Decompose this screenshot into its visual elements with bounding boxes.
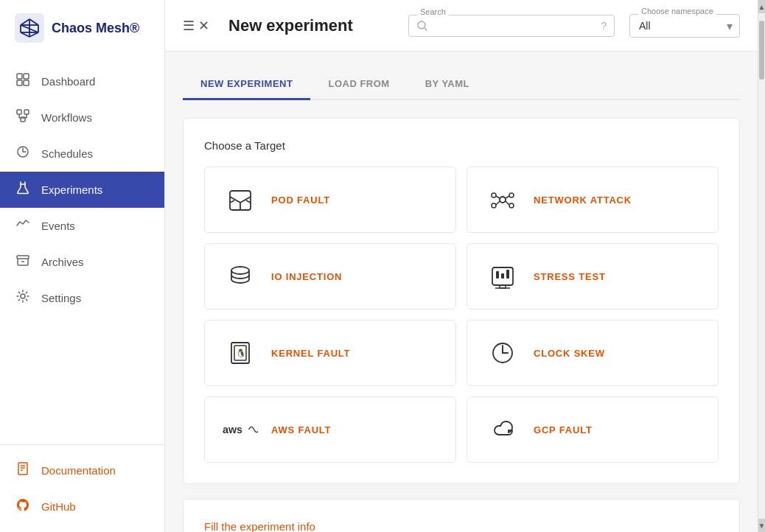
stress-test-icon bbox=[485, 259, 520, 294]
scrollbar-down-btn[interactable]: ▼ bbox=[758, 519, 765, 532]
gcp-fault-icon bbox=[485, 412, 520, 447]
sidebar: Chaos Mesh® Dashboard Workflows Schedule… bbox=[0, 0, 165, 532]
aws-fault-icon: aws bbox=[223, 412, 258, 447]
sidebar-item-github[interactable]: GitHub bbox=[0, 489, 164, 525]
sidebar-item-workflows[interactable]: Workflows bbox=[0, 99, 164, 136]
svg-rect-16 bbox=[24, 110, 29, 114]
target-aws-fault[interactable]: aws AWS FAULT bbox=[204, 396, 456, 463]
sidebar-item-archives[interactable]: Archives bbox=[0, 244, 164, 280]
sidebar-item-experiments-label: Experiments bbox=[41, 183, 102, 196]
svg-point-38 bbox=[492, 203, 496, 208]
svg-rect-11 bbox=[17, 74, 22, 79]
clock-skew-icon bbox=[485, 335, 520, 371]
target-network-attack[interactable]: NETWORK ATTACK bbox=[467, 167, 719, 233]
sidebar-item-documentation[interactable]: Documentation bbox=[0, 452, 164, 489]
sidebar-nav: Dashboard Workflows Schedules Experiment… bbox=[0, 56, 164, 444]
search-icon bbox=[416, 20, 428, 32]
scrollbar-up-btn[interactable]: ▲ bbox=[758, 0, 765, 13]
search-input[interactable] bbox=[434, 20, 595, 32]
target-pod-fault[interactable]: POD FAULT bbox=[204, 167, 456, 233]
svg-rect-49 bbox=[501, 273, 504, 279]
target-clock-skew[interactable]: CLOCK SKEW bbox=[467, 320, 719, 386]
app-title: Chaos Mesh® bbox=[52, 21, 139, 36]
archives-icon bbox=[15, 253, 31, 271]
sidebar-item-events-label: Events bbox=[41, 220, 75, 232]
search-container: Search ? bbox=[408, 15, 615, 37]
aws-fault-label: AWS FAULT bbox=[271, 424, 331, 435]
fill-info-title: Fill the experiment info bbox=[204, 520, 719, 532]
sidebar-item-workflows-label: Workflows bbox=[41, 111, 92, 124]
target-gcp-fault[interactable]: GCP FAULT bbox=[467, 396, 719, 463]
svg-rect-48 bbox=[496, 271, 499, 279]
sidebar-item-events[interactable]: Events bbox=[0, 208, 164, 244]
sidebar-item-documentation-label: Documentation bbox=[41, 464, 116, 477]
sidebar-item-settings[interactable]: Settings bbox=[0, 280, 164, 316]
sidebar-item-dashboard[interactable]: Dashboard bbox=[0, 63, 164, 99]
page-title: New experiment bbox=[228, 16, 394, 35]
search-help-icon[interactable]: ? bbox=[601, 20, 607, 32]
sidebar-bottom: Documentation GitHub bbox=[0, 444, 164, 532]
docs-icon bbox=[15, 461, 31, 480]
svg-line-32 bbox=[425, 27, 427, 29]
page-scrollbar: ▲ ▼ bbox=[758, 0, 765, 532]
content-area: NEW EXPERIMENT LOAD FROM BY YAML Choose … bbox=[165, 52, 758, 532]
svg-point-36 bbox=[492, 193, 496, 197]
pod-fault-icon bbox=[223, 182, 258, 217]
main-content: ☰ ✕ New experiment Search ? Choose names… bbox=[165, 0, 758, 532]
target-io-injection[interactable]: IO INJECTION bbox=[204, 243, 456, 309]
svg-text:aws: aws bbox=[223, 424, 242, 435]
tabs: NEW EXPERIMENT LOAD FROM BY YAML bbox=[183, 69, 740, 100]
experiments-icon bbox=[15, 181, 31, 199]
sidebar-item-schedules-label: Schedules bbox=[41, 147, 93, 160]
svg-text:🐧: 🐧 bbox=[236, 348, 246, 358]
svg-rect-13 bbox=[17, 80, 22, 85]
target-stress-test[interactable]: STRESS TEST bbox=[467, 243, 719, 309]
pod-fault-label: POD FAULT bbox=[271, 195, 330, 206]
choose-target-title: Choose a Target bbox=[204, 139, 719, 152]
settings-icon bbox=[15, 289, 31, 307]
kernel-fault-label: KERNEL FAULT bbox=[271, 348, 350, 359]
header: ☰ ✕ New experiment Search ? Choose names… bbox=[165, 0, 758, 52]
gcp-fault-label: GCP FAULT bbox=[534, 424, 593, 435]
tab-load-from[interactable]: LOAD FROM bbox=[310, 69, 407, 100]
logo[interactable]: Chaos Mesh® bbox=[0, 0, 164, 56]
svg-point-35 bbox=[500, 197, 506, 203]
sidebar-item-schedules[interactable]: Schedules bbox=[0, 136, 164, 172]
choose-target-card: Choose a Target POD FAULT bbox=[183, 118, 740, 484]
search-label: Search bbox=[417, 7, 449, 16]
svg-line-41 bbox=[506, 196, 509, 198]
svg-rect-27 bbox=[18, 463, 27, 475]
sidebar-item-github-label: GitHub bbox=[41, 500, 76, 513]
dashboard-icon bbox=[15, 72, 31, 91]
stress-test-label: STRESS TEST bbox=[534, 271, 606, 282]
workflows-icon bbox=[15, 108, 31, 127]
namespace-select[interactable]: All default kube-system bbox=[629, 14, 740, 38]
menu-icon[interactable]: ☰ ✕ bbox=[183, 18, 209, 34]
sidebar-item-experiments[interactable]: Experiments bbox=[0, 172, 164, 208]
github-icon bbox=[15, 497, 31, 516]
svg-line-40 bbox=[496, 196, 500, 198]
fill-info-card: Fill the experiment info Scope Basic bbox=[183, 499, 740, 532]
namespace-container: Choose namespace All default kube-system… bbox=[629, 14, 740, 38]
svg-rect-12 bbox=[24, 74, 29, 79]
sidebar-item-dashboard-label: Dashboard bbox=[41, 75, 95, 88]
io-injection-icon bbox=[223, 259, 258, 294]
tab-new-experiment[interactable]: NEW EXPERIMENT bbox=[183, 69, 310, 100]
svg-point-44 bbox=[231, 267, 249, 274]
sidebar-item-archives-label: Archives bbox=[41, 256, 84, 268]
tab-by-yaml[interactable]: BY YAML bbox=[408, 69, 487, 100]
svg-point-37 bbox=[509, 193, 514, 197]
svg-point-39 bbox=[509, 203, 514, 208]
svg-rect-24 bbox=[17, 256, 29, 259]
svg-point-26 bbox=[21, 294, 25, 298]
svg-line-42 bbox=[496, 201, 500, 205]
svg-rect-14 bbox=[24, 80, 29, 85]
scrollbar-thumb[interactable] bbox=[759, 21, 764, 80]
svg-rect-50 bbox=[506, 270, 509, 279]
network-attack-label: NETWORK ATTACK bbox=[534, 195, 632, 206]
logo-icon bbox=[15, 13, 44, 43]
svg-rect-15 bbox=[17, 110, 21, 114]
svg-line-43 bbox=[506, 201, 509, 205]
target-kernel-fault[interactable]: 🐧 KERNEL FAULT bbox=[204, 320, 456, 386]
events-icon bbox=[15, 217, 31, 235]
